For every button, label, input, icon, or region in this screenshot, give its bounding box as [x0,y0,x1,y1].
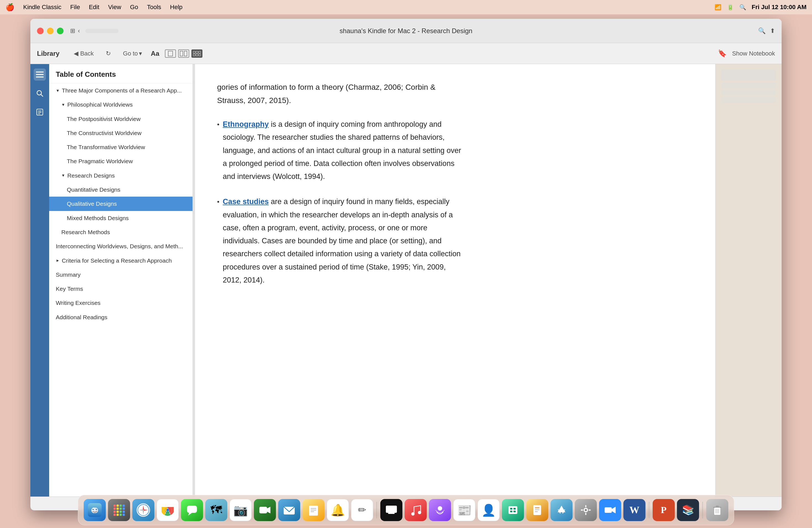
toc-item-key-terms[interactable]: Key Terms [49,282,192,296]
menu-kindle-classic[interactable]: Kindle Classic [23,4,61,11]
menu-help[interactable]: Help [170,4,183,11]
grid-view-button[interactable] [191,49,202,58]
reading-area[interactable]: gories of information to form a theory (… [195,64,715,510]
toc-arrow: ▼ [61,173,65,178]
two-page-view-button[interactable] [178,49,189,58]
dock-kindle[interactable]: 📚 [677,499,699,521]
lead-paragraph: gories of information to form a theory (… [217,80,466,107]
toc-item-three-major[interactable]: ▼ Three Major Components of a Research A… [49,84,192,98]
menu-view[interactable]: View [108,4,121,11]
toc-item-additional-readings[interactable]: Additional Readings [49,310,192,324]
menubar: 🍎 Kindle Classic File Edit View Go Tools… [0,0,812,14]
dock-contacts[interactable]: 👤 [478,499,499,521]
case-studies-link[interactable]: Case studies [222,197,269,206]
apple-menu[interactable]: 🍎 [5,3,14,12]
dock-messages[interactable] [181,499,203,521]
library-button[interactable]: Library [37,50,59,57]
dock-photos[interactable]: 📷 [230,499,251,521]
svg-rect-32 [386,505,397,513]
toc-item-research-methods[interactable]: Research Methods [49,225,192,239]
toc-item-constructivist[interactable]: The Constructivist Worldview [49,126,192,140]
dock-systemprefs[interactable] [575,499,597,521]
toc-item-postpositivist[interactable]: The Postpositivist Worldview [49,112,192,126]
menu-file[interactable]: File [70,4,80,11]
grid-toggle-icon[interactable]: ⊞ [70,27,75,34]
dock-word[interactable]: W [623,499,646,521]
titlebar: ⊞ ‹ shauna's Kindle for Mac 2 - Research… [30,19,782,43]
svg-rect-0 [36,72,44,73]
dock-facetime[interactable] [254,499,276,521]
refresh-button[interactable]: ↻ [102,48,114,59]
toc-icon[interactable] [34,69,46,80]
dock-launchpad[interactable] [108,499,130,521]
window-title: shauna's Kindle for Mac 2 - Research Des… [340,27,473,35]
share-icon[interactable]: ⬆ [770,27,775,34]
minimize-button[interactable] [47,28,54,34]
toc-arrow: ▼ [56,88,60,93]
back-button[interactable]: ◀ Back [70,48,97,59]
toc-item-qualitative[interactable]: Qualitative Designs [49,196,192,211]
url-bar[interactable] [85,29,118,33]
dock-trash[interactable] [706,499,728,521]
toc-item-writing-exercises[interactable]: Writing Exercises [49,296,192,310]
toc-item-label: The Constructivist Worldview [67,129,141,137]
dock-podcasts[interactable] [429,499,451,521]
dock-powerpoint[interactable]: P [653,499,675,521]
dock-news[interactable]: 📰 [453,499,475,521]
search-icon-window[interactable]: 🔍 [758,27,766,34]
toc-item-mixed-methods[interactable]: Mixed Methods Designs [49,211,192,225]
dock-notes[interactable] [302,499,324,521]
toc-item-label: Research Designs [68,172,115,179]
search-icon-menubar[interactable]: 🔍 [739,4,746,11]
dock-maps[interactable]: 🗺 [205,499,227,521]
sidebar-left [30,64,49,510]
toc-item-criteria[interactable]: ► Criteria for Selecting a Research Appr… [49,253,192,268]
goto-button[interactable]: Go to ▾ [120,48,145,59]
toc-item-transformative[interactable]: The Transformative Worldview [49,140,192,154]
toc-header: Table of Contents [49,64,192,84]
nav-back-titlebar[interactable]: ‹ [78,27,80,34]
dock-divider-3 [702,502,703,518]
close-button[interactable] [37,28,44,34]
menu-go[interactable]: Go [130,4,138,11]
svg-rect-33 [388,513,395,514]
toc-item-label: Three Major Components of a Research App… [62,87,182,94]
svg-rect-28 [309,505,318,516]
dock-divider-2 [649,502,649,518]
dock-safari[interactable] [132,499,155,521]
maximize-button[interactable] [57,28,63,34]
toc-item-research-designs[interactable]: ▼ Research Designs [49,168,192,182]
dock-pages[interactable] [526,499,548,521]
svg-point-12 [92,509,94,510]
content-area: Table of Contents ▼ Three Major Componen… [30,64,782,510]
dock-tv[interactable] [380,499,402,521]
dock-music[interactable] [405,499,427,521]
toc-item-label: Philosophical Worldviews [68,101,133,108]
menu-tools[interactable]: Tools [147,4,161,11]
toc-item-phil-worldviews[interactable]: ▼ Philosophical Worldviews [49,98,192,112]
dock-reminders[interactable]: 🔔 [327,499,349,521]
notes-sidebar-icon[interactable] [34,106,46,118]
toc-item-pragmatic[interactable]: The Pragmatic Worldview [49,154,192,168]
dock-mail[interactable] [278,499,300,521]
dock-chrome[interactable] [157,499,179,521]
font-button[interactable]: Aa [151,50,159,57]
ethnography-link[interactable]: Ethnography [222,120,269,128]
show-notebook-button[interactable]: Show Notebook [732,50,775,57]
toc-item-quantitative[interactable]: Quantitative Designs [49,182,192,196]
ethnography-text: Ethnography is a design of inquiry comin… [222,118,466,183]
toc-item-summary[interactable]: Summary [49,268,192,282]
svg-rect-39 [513,508,516,510]
dock-zoom[interactable] [599,499,621,521]
toc-item-interconnecting[interactable]: Interconnecting Worldviews, Designs, and… [49,239,192,253]
dock-appstore[interactable] [550,499,572,521]
dock-freeform[interactable]: ✏ [351,499,373,521]
dock-numbers[interactable] [502,499,524,521]
single-page-view-button[interactable] [165,49,176,58]
search-sidebar-icon[interactable] [34,87,46,99]
toc-item-label: The Postpositivist Worldview [67,115,141,122]
bookmark-icon[interactable]: 🔖 [718,49,727,58]
dock-finder[interactable] [84,499,106,521]
menu-edit[interactable]: Edit [89,4,99,11]
refresh-icon: ↻ [106,50,111,57]
